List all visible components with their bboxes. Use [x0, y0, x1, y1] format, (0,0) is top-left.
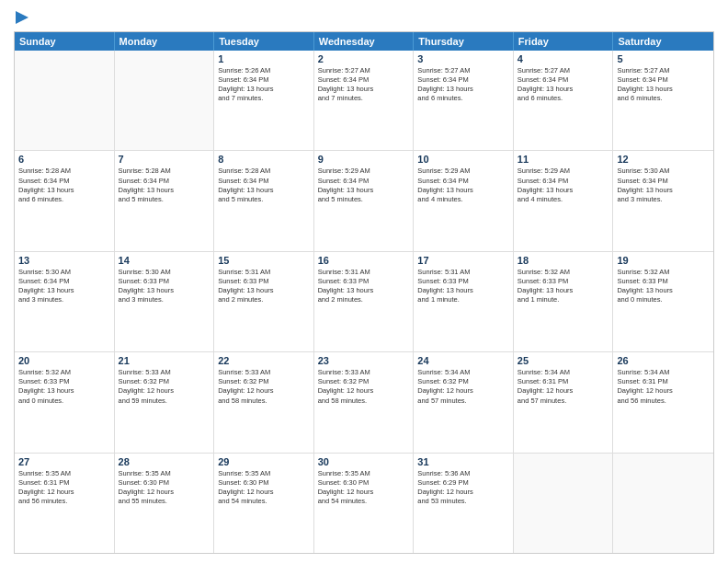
weekday-header-monday: Monday [115, 32, 215, 51]
day-info: Sunrise: 5:29 AM Sunset: 6:34 PM Dayligh… [318, 167, 410, 204]
day-info: Sunrise: 5:32 AM Sunset: 6:33 PM Dayligh… [518, 268, 609, 305]
day-number: 11 [518, 154, 609, 165]
calendar-day-24: 24Sunrise: 5:34 AM Sunset: 6:32 PM Dayli… [414, 352, 514, 452]
day-info: Sunrise: 5:34 AM Sunset: 6:31 PM Dayligh… [518, 368, 609, 406]
day-info: Sunrise: 5:31 AM Sunset: 6:33 PM Dayligh… [417, 268, 509, 305]
day-number: 4 [518, 53, 609, 64]
calendar-row-2: 6Sunrise: 5:28 AM Sunset: 6:34 PM Daylig… [15, 150, 713, 250]
day-info: Sunrise: 5:30 AM Sunset: 6:34 PM Dayligh… [617, 167, 710, 204]
calendar-day-1: 1Sunrise: 5:26 AM Sunset: 6:34 PM Daylig… [214, 51, 314, 150]
calendar-row-1: 1Sunrise: 5:26 AM Sunset: 6:34 PM Daylig… [15, 51, 713, 150]
day-info: Sunrise: 5:36 AM Sunset: 6:29 PM Dayligh… [417, 469, 509, 507]
calendar-day-16: 16Sunrise: 5:31 AM Sunset: 6:33 PM Dayli… [314, 252, 415, 351]
calendar-day-30: 30Sunrise: 5:35 AM Sunset: 6:30 PM Dayli… [314, 454, 415, 553]
calendar-day-empty [613, 454, 713, 553]
day-info: Sunrise: 5:35 AM Sunset: 6:31 PM Dayligh… [18, 469, 110, 507]
weekday-header-tuesday: Tuesday [214, 32, 314, 51]
day-number: 25 [518, 355, 609, 366]
day-info: Sunrise: 5:26 AM Sunset: 6:34 PM Dayligh… [218, 66, 310, 104]
day-number: 12 [617, 154, 710, 165]
day-info: Sunrise: 5:29 AM Sunset: 6:34 PM Dayligh… [417, 167, 509, 204]
day-number: 16 [318, 255, 410, 266]
day-number: 20 [18, 355, 110, 366]
day-number: 6 [18, 154, 110, 165]
day-number: 2 [318, 53, 410, 64]
calendar-day-8: 8Sunrise: 5:28 AM Sunset: 6:34 PM Daylig… [214, 151, 314, 250]
calendar-body: 1Sunrise: 5:26 AM Sunset: 6:34 PM Daylig… [15, 51, 713, 553]
calendar-day-12: 12Sunrise: 5:30 AM Sunset: 6:34 PM Dayli… [613, 151, 713, 250]
day-number: 15 [218, 255, 310, 266]
calendar-row-3: 13Sunrise: 5:30 AM Sunset: 6:34 PM Dayli… [15, 251, 713, 351]
day-number: 27 [18, 456, 110, 467]
day-number: 9 [318, 154, 410, 165]
day-info: Sunrise: 5:27 AM Sunset: 6:34 PM Dayligh… [318, 66, 410, 104]
day-number: 23 [318, 355, 410, 366]
day-number: 10 [417, 154, 509, 165]
svg-marker-0 [16, 11, 28, 24]
calendar-day-20: 20Sunrise: 5:32 AM Sunset: 6:33 PM Dayli… [15, 352, 115, 452]
day-info: Sunrise: 5:35 AM Sunset: 6:30 PM Dayligh… [218, 469, 310, 507]
day-number: 5 [617, 53, 710, 64]
logo-arrow-icon [14, 9, 30, 26]
calendar-day-empty [15, 51, 115, 150]
calendar-day-3: 3Sunrise: 5:27 AM Sunset: 6:34 PM Daylig… [414, 51, 514, 150]
calendar-day-14: 14Sunrise: 5:30 AM Sunset: 6:33 PM Dayli… [115, 252, 215, 351]
day-info: Sunrise: 5:27 AM Sunset: 6:34 PM Dayligh… [617, 66, 710, 104]
calendar-day-empty [514, 454, 614, 553]
calendar-header: SundayMondayTuesdayWednesdayThursdayFrid… [15, 32, 713, 51]
day-info: Sunrise: 5:33 AM Sunset: 6:32 PM Dayligh… [119, 368, 210, 406]
calendar-day-2: 2Sunrise: 5:27 AM Sunset: 6:34 PM Daylig… [314, 51, 415, 150]
day-number: 8 [218, 154, 310, 165]
day-number: 21 [119, 355, 210, 366]
day-info: Sunrise: 5:32 AM Sunset: 6:33 PM Dayligh… [18, 368, 110, 406]
calendar-day-17: 17Sunrise: 5:31 AM Sunset: 6:33 PM Dayli… [414, 252, 514, 351]
calendar-day-27: 27Sunrise: 5:35 AM Sunset: 6:31 PM Dayli… [15, 454, 115, 553]
calendar-day-15: 15Sunrise: 5:31 AM Sunset: 6:33 PM Dayli… [214, 252, 314, 351]
calendar-day-13: 13Sunrise: 5:30 AM Sunset: 6:34 PM Dayli… [15, 252, 115, 351]
day-info: Sunrise: 5:28 AM Sunset: 6:34 PM Dayligh… [218, 167, 310, 204]
calendar-row-5: 27Sunrise: 5:35 AM Sunset: 6:31 PM Dayli… [15, 453, 713, 553]
day-info: Sunrise: 5:28 AM Sunset: 6:34 PM Dayligh… [119, 167, 210, 204]
calendar-day-7: 7Sunrise: 5:28 AM Sunset: 6:34 PM Daylig… [115, 151, 215, 250]
day-number: 7 [119, 154, 210, 165]
day-info: Sunrise: 5:28 AM Sunset: 6:34 PM Dayligh… [18, 167, 110, 204]
day-number: 18 [518, 255, 609, 266]
day-info: Sunrise: 5:34 AM Sunset: 6:32 PM Dayligh… [417, 368, 509, 406]
calendar-day-21: 21Sunrise: 5:33 AM Sunset: 6:32 PM Dayli… [115, 352, 215, 452]
day-number: 3 [417, 53, 509, 64]
calendar-day-28: 28Sunrise: 5:35 AM Sunset: 6:30 PM Dayli… [115, 454, 215, 553]
day-info: Sunrise: 5:33 AM Sunset: 6:32 PM Dayligh… [318, 368, 410, 406]
day-info: Sunrise: 5:34 AM Sunset: 6:31 PM Dayligh… [617, 368, 710, 406]
day-number: 24 [417, 355, 509, 366]
day-info: Sunrise: 5:35 AM Sunset: 6:30 PM Dayligh… [119, 469, 210, 507]
day-info: Sunrise: 5:32 AM Sunset: 6:33 PM Dayligh… [617, 268, 710, 305]
day-number: 1 [218, 53, 310, 64]
calendar-day-22: 22Sunrise: 5:33 AM Sunset: 6:32 PM Dayli… [214, 352, 314, 452]
day-number: 17 [417, 255, 509, 266]
calendar-day-4: 4Sunrise: 5:27 AM Sunset: 6:34 PM Daylig… [514, 51, 614, 150]
page: SundayMondayTuesdayWednesdayThursdayFrid… [0, 0, 728, 563]
weekday-header-saturday: Saturday [613, 32, 713, 51]
day-info: Sunrise: 5:31 AM Sunset: 6:33 PM Dayligh… [218, 268, 310, 305]
day-number: 29 [218, 456, 310, 467]
calendar-day-31: 31Sunrise: 5:36 AM Sunset: 6:29 PM Dayli… [414, 454, 514, 553]
calendar-day-29: 29Sunrise: 5:35 AM Sunset: 6:30 PM Dayli… [214, 454, 314, 553]
day-number: 28 [119, 456, 210, 467]
calendar-day-empty [115, 51, 215, 150]
day-info: Sunrise: 5:35 AM Sunset: 6:30 PM Dayligh… [318, 469, 410, 507]
calendar-day-11: 11Sunrise: 5:29 AM Sunset: 6:34 PM Dayli… [514, 151, 614, 250]
calendar-day-25: 25Sunrise: 5:34 AM Sunset: 6:31 PM Dayli… [514, 352, 614, 452]
day-info: Sunrise: 5:27 AM Sunset: 6:34 PM Dayligh… [417, 66, 509, 104]
day-number: 26 [617, 355, 710, 366]
calendar-day-23: 23Sunrise: 5:33 AM Sunset: 6:32 PM Dayli… [314, 352, 415, 452]
calendar: SundayMondayTuesdayWednesdayThursdayFrid… [14, 31, 714, 554]
day-number: 13 [18, 255, 110, 266]
weekday-header-wednesday: Wednesday [314, 32, 415, 51]
day-info: Sunrise: 5:31 AM Sunset: 6:33 PM Dayligh… [318, 268, 410, 305]
weekday-header-sunday: Sunday [15, 32, 115, 51]
header [14, 9, 714, 26]
day-info: Sunrise: 5:30 AM Sunset: 6:33 PM Dayligh… [119, 268, 210, 305]
calendar-day-19: 19Sunrise: 5:32 AM Sunset: 6:33 PM Dayli… [613, 252, 713, 351]
calendar-day-10: 10Sunrise: 5:29 AM Sunset: 6:34 PM Dayli… [414, 151, 514, 250]
logo [14, 9, 30, 26]
